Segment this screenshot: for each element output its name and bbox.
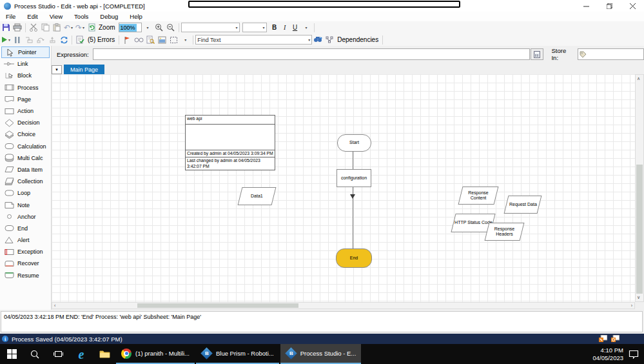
print-icon[interactable] [12,22,23,33]
menu-tools[interactable]: Tools [68,13,94,20]
file-explorer-button[interactable] [93,344,116,364]
zoom-value-input[interactable]: 100% [119,23,142,32]
expression-editor-icon[interactable] [531,48,543,60]
notification-center-icon[interactable] [629,350,639,359]
tool-recover[interactable]: Recover [0,258,51,269]
tool-collection[interactable]: Collection [0,176,51,187]
menu-help[interactable]: Help [124,13,148,20]
close-button[interactable] [621,0,644,12]
tool-decision[interactable]: Decision [0,117,51,128]
vertical-scroll-thumb[interactable] [636,165,643,294]
zoom-dropdown-icon[interactable]: ▾ [142,22,153,33]
paste-icon[interactable] [51,22,63,33]
horizontal-scroll-thumb[interactable] [137,303,298,308]
dependencies-icon[interactable] [324,34,335,45]
task-view-button[interactable] [46,344,70,364]
scroll-left-icon[interactable]: ‹ [54,303,55,308]
tool-exception[interactable]: Exception [0,246,51,258]
bold-button[interactable]: B [269,24,280,31]
edge-button[interactable]: e [70,344,93,364]
configuration-action-node[interactable]: configuration [337,169,371,187]
tool-process[interactable]: Process [0,82,51,94]
menu-view[interactable]: View [44,13,68,20]
tool-block[interactable]: Block [0,70,51,81]
taskbar-search-button[interactable] [23,344,46,364]
tool-anchor[interactable]: Anchor [0,211,51,223]
taskbar-app-chrome[interactable]: (1) pranith - Multili... [116,344,195,364]
tool-link[interactable]: Link [0,58,51,70]
tool-end[interactable]: End [0,223,51,234]
tool-loop[interactable]: Loop [0,187,51,199]
tool-note[interactable]: Note [0,199,51,210]
store-in-input[interactable] [578,48,644,60]
font-color-dropdown-icon[interactable]: ▾ [300,22,312,33]
menu-edit[interactable]: Edit [21,13,43,20]
scroll-down-icon[interactable]: ∨ [637,295,640,300]
find-in-page-icon[interactable] [144,34,156,45]
process-canvas[interactable]: web api Created by admin at 04/05/2023 3… [52,74,635,302]
font-family-select[interactable]: ▾ [181,23,240,32]
find-next-icon[interactable] [312,34,324,45]
end-node[interactable]: End [336,248,372,268]
horizontal-scrollbar[interactable]: ‹ › [52,302,635,309]
image-view-icon[interactable] [156,34,168,45]
font-size-select[interactable]: ▾ [242,23,267,32]
taskbar-clock[interactable]: 4:10 PM 04/05/2023 [592,347,623,362]
taskbar-app-process-studio[interactable]: BProcess Studio - E... [280,344,362,364]
tool-resume[interactable]: Resume [0,270,51,281]
menu-file[interactable]: File [0,13,21,20]
step-in-icon[interactable] [23,34,35,45]
zoom-search-icon[interactable] [611,335,620,342]
underline-button[interactable]: U [290,24,300,31]
redo-icon[interactable]: ↷▾ [74,22,86,33]
cut-icon[interactable] [28,22,39,33]
find-text-input[interactable]: Find Text▾ [195,35,312,45]
copy-icon[interactable] [39,22,51,33]
restore-button[interactable] [598,0,621,12]
start-node[interactable]: Start [337,134,371,152]
flag-icon[interactable] [121,34,133,45]
tab-list-dropdown[interactable]: ▼ [52,65,62,74]
link-start-to-configuration[interactable] [353,150,353,170]
taskbar-app-blue-prism[interactable]: BBlue Prism - Roboti... [196,344,279,364]
tool-action[interactable]: Action [0,105,51,117]
data-item-request-data[interactable]: Request Data [504,196,542,214]
tool-page[interactable]: Page [0,94,51,105]
step-over-icon[interactable] [35,34,46,45]
data-item-response-content[interactable]: Response Content [458,187,499,205]
tool-choice[interactable]: Choice [0,128,51,140]
menu-debug[interactable]: Debug [94,13,124,20]
zoom-out-icon[interactable] [165,22,177,33]
tab-main-page[interactable]: Main Page [64,65,104,74]
tool-calculation[interactable]: Calculation [0,141,51,152]
pause-button[interactable] [12,34,23,45]
start-button[interactable] [0,344,23,364]
scroll-up-icon[interactable]: ∧ [637,76,640,81]
play-button[interactable]: ▾ [0,34,12,45]
validation-icon[interactable] [74,34,86,45]
breakpoint-icon[interactable] [133,34,144,45]
tool-multi-calc[interactable]: Multi Calc [0,152,51,164]
refresh-page-icon[interactable] [86,22,97,33]
process-info-note[interactable]: web api Created by admin at 04/05/2023 3… [185,115,275,170]
dependencies-label[interactable]: Dependencies [335,34,380,45]
reset-icon[interactable] [58,34,70,45]
view-dropdown-icon[interactable]: ▾ [179,34,191,45]
tool-data-item[interactable]: Data Item [0,164,51,176]
tool-pointer[interactable]: Pointer [1,46,50,58]
vertical-scrollbar[interactable]: ∧ ∨ [635,74,644,302]
undo-icon[interactable]: ↶▾ [63,22,74,33]
selection-mode-icon[interactable] [168,34,179,45]
tool-alert[interactable]: Alert [0,234,51,246]
minimize-button[interactable] [574,0,598,12]
data-item-response-headers[interactable]: Response Headers [485,223,525,241]
save-icon[interactable] [0,22,12,33]
scroll-right-icon[interactable]: › [631,303,632,308]
errors-label[interactable]: (5) Errors [86,34,117,45]
italic-button[interactable]: I [280,24,290,31]
data-item-data1[interactable]: Data1 [238,187,277,205]
zoom-window-icon[interactable] [599,335,607,342]
expression-input[interactable] [93,48,531,60]
step-out-icon[interactable] [46,34,58,45]
zoom-in-icon[interactable] [153,22,165,33]
